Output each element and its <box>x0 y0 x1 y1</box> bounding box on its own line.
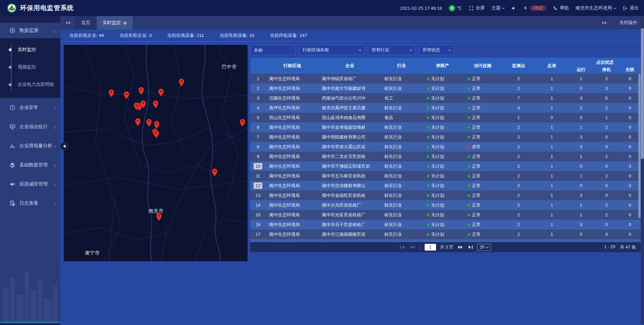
cell-index: 4 <box>250 105 266 111</box>
tab-实时监控[interactable]: 实时监控⊗ <box>97 16 133 30</box>
table-row[interactable]: 17阆中生态环境局阆中市江南镇阆南页岩砖瓦行业无计划正常21030 <box>250 229 641 239</box>
user-dropdown[interactable]: 南充市生态环境局 <box>576 5 616 11</box>
table-row[interactable]: 1阆中生态环境局阆中强锐页岩砖厂砖瓦行业无计划正常21120 <box>250 74 641 84</box>
sidebar-item-3[interactable]: 企业用电量分析 <box>0 136 60 155</box>
row-index-highlighted: 12 <box>254 182 262 189</box>
cell-facility-status: 正常 <box>463 95 502 101</box>
map-pin[interactable] <box>108 89 114 97</box>
table-row[interactable]: 9阆中生态环境局阆中市二龙长宝页岩砖砖瓦行业无计划正常21120 <box>250 152 641 161</box>
table-row[interactable]: 16阆中生态环境局阆中市石子页岩机砖厂砖瓦行业无计划正常21300 <box>250 220 641 229</box>
map-pin[interactable] <box>140 100 146 108</box>
table-row[interactable]: 12阆中生态环境局阆中市忠信建材有限公砖瓦行业无计划正常21003 <box>250 181 641 191</box>
map-pin[interactable] <box>156 213 162 221</box>
sidebar-subitem-视频监控[interactable]: 视频监控 <box>0 58 60 76</box>
logout-button[interactable]: 退出 <box>623 5 639 11</box>
table-row[interactable]: 15阆中生态环境局阆中市光富页岩机砖厂砖瓦行业无计划正常21120 <box>250 210 641 220</box>
map-pin[interactable] <box>153 100 159 108</box>
first-page-button[interactable] <box>400 245 406 249</box>
sidebar-item-6[interactable]: 日志查看 <box>0 194 60 213</box>
sound-button[interactable] <box>511 6 516 11</box>
prev-page-button[interactable] <box>410 245 415 249</box>
cell-lost: 3 <box>619 183 641 188</box>
table-row[interactable]: 7阆中生态环境局阆中明阳建材有限公司砖瓦行业无计划正常21300 <box>250 132 641 142</box>
cell-company: 阆中市江南镇阆南页岩 <box>319 231 381 237</box>
help-button[interactable]: 帮助 <box>553 5 569 11</box>
sidebar-item-5[interactable]: 应急减排管理 <box>0 174 60 194</box>
tabs-scroll-right-button[interactable] <box>597 21 612 25</box>
cell-region: 阆中生态环境局 <box>266 86 319 92</box>
notifications-button[interactable]: 2632 <box>523 5 546 11</box>
sidebar-item-2[interactable]: 企业综合统计 <box>0 117 60 136</box>
page-size-select[interactable]: 20 <box>477 244 491 251</box>
tab-首页[interactable]: 首页 <box>75 16 97 30</box>
map-pin[interactable] <box>154 121 159 129</box>
cell-industry: 砖瓦行业 <box>381 86 422 92</box>
sidebar-subitem-企业电力负荷明细[interactable]: 企业电力负荷明细 <box>0 76 60 93</box>
tabs-scroll-left-button[interactable] <box>60 16 75 30</box>
region-filter-select[interactable]: 行政区域名称 <box>299 45 365 55</box>
cell-meters: 1 <box>535 212 569 217</box>
cell-industry: 化工 <box>381 95 422 101</box>
status-filter-select[interactable]: 所有状态 <box>419 45 454 55</box>
cell-stop-status: 无计划 <box>422 144 463 150</box>
page-scrollbar-thumb[interactable] <box>641 28 644 159</box>
map-pin[interactable] <box>212 168 217 176</box>
table-row[interactable]: 8阆中生态环境局阆中市枣碧大梁山页岩砖瓦行业无计划异常21300 <box>250 142 641 152</box>
cell-industry: 砖瓦行业 <box>381 144 422 150</box>
cell-halt: 5 <box>594 96 619 101</box>
map-pin[interactable] <box>123 91 129 99</box>
table-row[interactable]: 4高坪生态环境局南充市高坪区王家店建砖瓦行业无计划正常31220 <box>250 103 641 113</box>
speaker-icon <box>511 6 516 11</box>
close-operations-button[interactable]: 关闭操作 <box>619 20 637 26</box>
cell-stop-status: 无计划 <box>422 183 463 189</box>
status-dot-red-icon <box>468 146 470 148</box>
cell-company: 阆中市千佛镇五郎垭页岩 <box>319 163 381 169</box>
sidebar-subitem-label: 实时监控 <box>18 47 36 53</box>
map-pin[interactable] <box>135 118 141 126</box>
cell-points: 2 <box>502 183 535 188</box>
fullscreen-button[interactable]: 全屏 <box>469 5 485 11</box>
last-page-button[interactable] <box>467 245 473 249</box>
sidebar-item-1[interactable]: 企业异常 <box>0 98 60 117</box>
cell-facility-status: 正常 <box>463 202 502 208</box>
theme-dropdown[interactable]: 主题 <box>491 5 504 11</box>
cell-meters: 1 <box>535 105 569 110</box>
name-filter[interactable] <box>250 45 296 55</box>
table-row[interactable]: 3仪陇生态环境局西南油气田分公司川中化工无计划正常71350 <box>250 93 641 103</box>
sidebar-subitem-实时监控[interactable]: 实时监控 <box>0 41 60 58</box>
sidebar-item-label: 日志查看 <box>19 200 38 206</box>
page-number-input[interactable] <box>425 244 436 251</box>
table-row[interactable]: 6阆中生态环境局阆中市金博瑞新型墙材砖瓦行业无计划正常21120 <box>250 122 641 132</box>
tab-close-icon[interactable]: ⊗ <box>123 21 127 25</box>
map-pin[interactable] <box>179 78 184 87</box>
sidebar-item-0[interactable]: 数据监测 <box>0 23 60 38</box>
table-row[interactable]: 5营山生态环境局营山县润丰肉食品有限食品无计划正常10010 <box>250 113 641 122</box>
map-panel[interactable]: 巴中市南充市遂宁市 <box>64 45 248 261</box>
cell-lost: 0 <box>619 96 641 101</box>
table-row[interactable]: 18南部生态环境局南部县双华水泥有限公砖瓦行业无计划正常21060 <box>250 239 641 242</box>
map-pin[interactable] <box>146 119 152 127</box>
table-row[interactable]: 10阆中生态环境局阆中市千佛镇五郎垭页岩砖瓦行业无计划正常21003 <box>250 161 641 171</box>
cell-points: 2 <box>502 212 535 217</box>
table-row[interactable]: 11阆中生态环境局阆中市五马桥页岩机砖砖瓦行业无计划正常21120 <box>250 171 641 181</box>
table-row[interactable]: 13阆中生态环境局阆中市金福旺页岩机砖砖瓦行业无计划正常21300 <box>250 191 641 200</box>
cell-company: 阆中市枣碧大梁山页岩 <box>319 144 381 150</box>
industry-filter-select[interactable]: 所有行业 <box>368 45 416 55</box>
map-pin[interactable] <box>158 89 164 97</box>
sidebar-item-4[interactable]: 基础数据管理 <box>0 155 60 174</box>
tabs: 首页实时监控⊗ <box>75 16 133 30</box>
map-pin[interactable] <box>240 119 246 127</box>
col-stop: 停限产 <box>422 58 463 74</box>
table-row[interactable]: 2阆中生态环境局阆中市南方节能建材有砖瓦行业无计划正常21030 <box>250 84 641 93</box>
cell-run: 1 <box>569 212 594 217</box>
table-scrollbar[interactable] <box>638 74 641 218</box>
cell-region: 阆中生态环境局 <box>266 124 319 130</box>
page-scrollbar[interactable] <box>641 17 644 324</box>
map-pin[interactable] <box>154 130 159 138</box>
next-page-button[interactable] <box>458 245 463 249</box>
name-filter-input[interactable] <box>254 48 292 53</box>
table-row[interactable]: 14阆中生态环境局阆中大兴页岩机砖厂砖瓦行业无计划正常21120 <box>250 200 641 210</box>
cell-points: 2 <box>502 154 535 159</box>
status-dot-green-icon <box>468 107 470 109</box>
map-pin[interactable] <box>139 87 144 95</box>
